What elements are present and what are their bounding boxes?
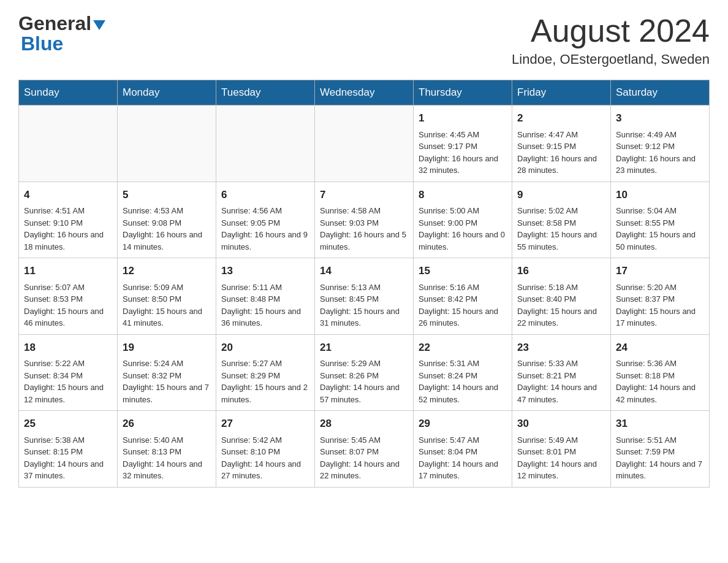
logo-blue: Blue <box>21 33 105 55</box>
day-info: Sunrise: 4:47 AM Sunset: 9:15 PM Dayligh… <box>517 129 605 177</box>
day-number: 2 <box>517 110 605 126</box>
day-cell: 8Sunrise: 5:00 AM Sunset: 9:00 PM Daylig… <box>414 182 512 258</box>
header-cell-tuesday: Tuesday <box>216 80 315 105</box>
day-cell: 21Sunrise: 5:29 AM Sunset: 8:26 PM Dayli… <box>315 334 414 411</box>
day-number: 6 <box>221 187 309 203</box>
header-cell-thursday: Thursday <box>414 80 512 105</box>
day-cell: 23Sunrise: 5:33 AM Sunset: 8:21 PM Dayli… <box>512 334 611 411</box>
day-number: 20 <box>221 340 309 356</box>
day-info: Sunrise: 5:24 AM Sunset: 8:32 PM Dayligh… <box>123 358 211 405</box>
week-row-2: 4Sunrise: 4:51 AM Sunset: 9:10 PM Daylig… <box>19 182 710 258</box>
day-info: Sunrise: 4:53 AM Sunset: 9:08 PM Dayligh… <box>123 205 211 253</box>
day-number: 12 <box>123 263 211 279</box>
header-cell-monday: Monday <box>118 80 216 105</box>
location-title: Lindoe, OEstergoetland, Sweden <box>512 52 710 67</box>
day-info: Sunrise: 5:02 AM Sunset: 8:58 PM Dayligh… <box>517 205 605 253</box>
day-cell: 1Sunrise: 4:45 AM Sunset: 9:17 PM Daylig… <box>414 105 512 182</box>
day-number: 26 <box>123 416 211 432</box>
week-row-3: 11Sunrise: 5:07 AM Sunset: 8:53 PM Dayli… <box>19 258 710 335</box>
calendar-header: SundayMondayTuesdayWednesdayThursdayFrid… <box>19 80 710 105</box>
day-number: 17 <box>616 263 704 279</box>
header-cell-friday: Friday <box>512 80 611 105</box>
day-info: Sunrise: 5:04 AM Sunset: 8:55 PM Dayligh… <box>616 205 704 253</box>
day-number: 7 <box>320 187 408 203</box>
day-number: 9 <box>517 187 605 203</box>
day-info: Sunrise: 5:40 AM Sunset: 8:13 PM Dayligh… <box>123 434 211 482</box>
day-cell: 29Sunrise: 5:47 AM Sunset: 8:04 PM Dayli… <box>414 411 512 488</box>
day-number: 14 <box>320 263 408 279</box>
day-cell: 15Sunrise: 5:16 AM Sunset: 8:42 PM Dayli… <box>414 258 512 335</box>
day-cell <box>118 105 216 182</box>
day-info: Sunrise: 5:36 AM Sunset: 8:18 PM Dayligh… <box>616 358 704 405</box>
day-cell <box>315 105 414 182</box>
day-info: Sunrise: 5:22 AM Sunset: 8:34 PM Dayligh… <box>24 358 112 405</box>
day-cell: 7Sunrise: 4:58 AM Sunset: 9:03 PM Daylig… <box>315 182 414 258</box>
day-number: 8 <box>419 187 507 203</box>
header-row: SundayMondayTuesdayWednesdayThursdayFrid… <box>19 80 710 105</box>
day-info: Sunrise: 5:20 AM Sunset: 8:37 PM Dayligh… <box>616 282 704 329</box>
day-info: Sunrise: 4:45 AM Sunset: 9:17 PM Dayligh… <box>419 129 507 177</box>
day-number: 18 <box>24 340 112 356</box>
day-number: 24 <box>616 340 704 356</box>
day-cell: 19Sunrise: 5:24 AM Sunset: 8:32 PM Dayli… <box>118 334 216 411</box>
day-number: 10 <box>616 187 704 203</box>
day-info: Sunrise: 5:31 AM Sunset: 8:24 PM Dayligh… <box>419 358 507 405</box>
day-cell: 6Sunrise: 4:56 AM Sunset: 9:05 PM Daylig… <box>216 182 315 258</box>
day-number: 5 <box>123 187 211 203</box>
day-cell: 12Sunrise: 5:09 AM Sunset: 8:50 PM Dayli… <box>118 258 216 335</box>
day-info: Sunrise: 5:16 AM Sunset: 8:42 PM Dayligh… <box>419 282 507 329</box>
day-cell: 3Sunrise: 4:49 AM Sunset: 9:12 PM Daylig… <box>611 105 710 182</box>
day-cell: 5Sunrise: 4:53 AM Sunset: 9:08 PM Daylig… <box>118 182 216 258</box>
day-info: Sunrise: 5:00 AM Sunset: 9:00 PM Dayligh… <box>419 205 507 253</box>
day-number: 22 <box>419 340 507 356</box>
week-row-4: 18Sunrise: 5:22 AM Sunset: 8:34 PM Dayli… <box>19 334 710 411</box>
day-cell: 10Sunrise: 5:04 AM Sunset: 8:55 PM Dayli… <box>611 182 710 258</box>
day-number: 3 <box>616 110 704 126</box>
day-info: Sunrise: 5:33 AM Sunset: 8:21 PM Dayligh… <box>517 358 605 405</box>
day-cell: 16Sunrise: 5:18 AM Sunset: 8:40 PM Dayli… <box>512 258 611 335</box>
day-number: 28 <box>320 416 408 432</box>
day-info: Sunrise: 4:56 AM Sunset: 9:05 PM Dayligh… <box>221 205 309 253</box>
day-number: 1 <box>419 110 507 126</box>
day-number: 21 <box>320 340 408 356</box>
day-number: 23 <box>517 340 605 356</box>
day-cell: 25Sunrise: 5:38 AM Sunset: 8:15 PM Dayli… <box>19 411 118 488</box>
day-info: Sunrise: 5:13 AM Sunset: 8:45 PM Dayligh… <box>320 282 408 329</box>
day-info: Sunrise: 5:38 AM Sunset: 8:15 PM Dayligh… <box>24 434 112 482</box>
day-info: Sunrise: 4:51 AM Sunset: 9:10 PM Dayligh… <box>24 205 112 253</box>
day-cell: 24Sunrise: 5:36 AM Sunset: 8:18 PM Dayli… <box>611 334 710 411</box>
day-info: Sunrise: 5:42 AM Sunset: 8:10 PM Dayligh… <box>221 434 309 482</box>
day-cell: 20Sunrise: 5:27 AM Sunset: 8:29 PM Dayli… <box>216 334 315 411</box>
day-info: Sunrise: 5:27 AM Sunset: 8:29 PM Dayligh… <box>221 358 309 405</box>
day-cell: 9Sunrise: 5:02 AM Sunset: 8:58 PM Daylig… <box>512 182 611 258</box>
day-cell: 18Sunrise: 5:22 AM Sunset: 8:34 PM Dayli… <box>19 334 118 411</box>
day-number: 30 <box>517 416 605 432</box>
day-info: Sunrise: 5:51 AM Sunset: 7:59 PM Dayligh… <box>616 434 704 482</box>
day-cell: 28Sunrise: 5:45 AM Sunset: 8:07 PM Dayli… <box>315 411 414 488</box>
logo: General Blue <box>18 12 105 55</box>
day-cell: 30Sunrise: 5:49 AM Sunset: 8:01 PM Dayli… <box>512 411 611 488</box>
day-info: Sunrise: 5:45 AM Sunset: 8:07 PM Dayligh… <box>320 434 408 482</box>
day-info: Sunrise: 4:58 AM Sunset: 9:03 PM Dayligh… <box>320 205 408 253</box>
day-info: Sunrise: 5:47 AM Sunset: 8:04 PM Dayligh… <box>419 434 507 482</box>
day-cell: 4Sunrise: 4:51 AM Sunset: 9:10 PM Daylig… <box>19 182 118 258</box>
week-row-1: 1Sunrise: 4:45 AM Sunset: 9:17 PM Daylig… <box>19 105 710 182</box>
day-number: 29 <box>419 416 507 432</box>
day-cell: 22Sunrise: 5:31 AM Sunset: 8:24 PM Dayli… <box>414 334 512 411</box>
page-header: General Blue August 2024 Lindoe, OEsterg… <box>18 12 710 67</box>
day-info: Sunrise: 5:49 AM Sunset: 8:01 PM Dayligh… <box>517 434 605 482</box>
day-cell: 14Sunrise: 5:13 AM Sunset: 8:45 PM Dayli… <box>315 258 414 335</box>
week-row-5: 25Sunrise: 5:38 AM Sunset: 8:15 PM Dayli… <box>19 411 710 488</box>
title-area: August 2024 Lindoe, OEstergoetland, Swed… <box>512 12 710 67</box>
day-cell: 31Sunrise: 5:51 AM Sunset: 7:59 PM Dayli… <box>611 411 710 488</box>
day-number: 16 <box>517 263 605 279</box>
header-cell-saturday: Saturday <box>611 80 710 105</box>
day-cell: 17Sunrise: 5:20 AM Sunset: 8:37 PM Dayli… <box>611 258 710 335</box>
day-info: Sunrise: 5:29 AM Sunset: 8:26 PM Dayligh… <box>320 358 408 405</box>
day-cell: 27Sunrise: 5:42 AM Sunset: 8:10 PM Dayli… <box>216 411 315 488</box>
day-number: 13 <box>221 263 309 279</box>
day-number: 25 <box>24 416 112 432</box>
day-info: Sunrise: 5:11 AM Sunset: 8:48 PM Dayligh… <box>221 282 309 329</box>
logo-general: General <box>18 12 91 35</box>
day-cell <box>19 105 118 182</box>
